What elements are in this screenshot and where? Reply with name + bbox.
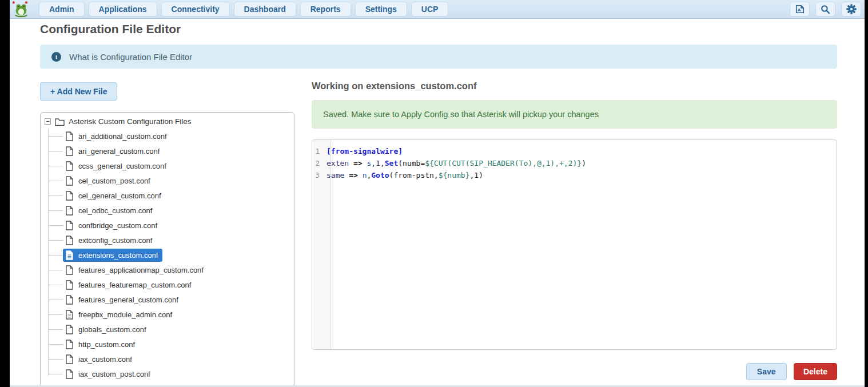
- tree-item-content[interactable]: features_general_custom.conf: [63, 293, 183, 306]
- tree-item[interactable]: extconfig_custom.conf: [41, 233, 294, 248]
- tree-connector-line: [48, 151, 63, 151]
- tree-root-label: Asterisk Custom Configuration Files: [69, 117, 192, 126]
- collapse-expander-icon[interactable]: [45, 118, 51, 125]
- tree-item[interactable]: ari_additional_custom.conf: [41, 129, 294, 143]
- tree-item-content[interactable]: ari_additional_custom.conf: [63, 130, 172, 143]
- tree-item[interactable]: features_featuremap_custom.conf: [41, 277, 294, 292]
- tree-item-label: freepbx_module_admin.conf: [78, 310, 172, 319]
- tree-item-content[interactable]: ccss_general_custom.conf: [63, 159, 171, 173]
- tree-item-content[interactable]: features_applicationmap_custom.conf: [63, 264, 208, 277]
- translate-icon: A: [794, 3, 806, 15]
- tree-connector-line: [48, 166, 63, 166]
- tree-item-label: cel_custom_post.conf: [78, 177, 150, 185]
- tree-item-selected[interactable]: extensions_custom.conf: [63, 249, 162, 262]
- tree-item[interactable]: ari_general_custom.conf: [41, 143, 294, 158]
- tree-item-content[interactable]: extconfig_custom.conf: [63, 234, 157, 247]
- tree-item-content[interactable]: features_featuremap_custom.conf: [63, 278, 196, 292]
- tree-item[interactable]: ccss_general_custom.conf: [41, 158, 294, 173]
- tree-item-content[interactable]: iax_custom.conf: [63, 353, 137, 366]
- tree-item[interactable]: cel_odbc_custom.conf: [41, 203, 294, 218]
- tree-item-content[interactable]: ari_general_custom.conf: [63, 145, 164, 158]
- tree-item-label: http_custom.conf: [78, 340, 135, 349]
- saved-alert: Saved. Make sure to Apply Config so that…: [312, 100, 837, 129]
- nav-item-connectivity[interactable]: Connectivity: [161, 2, 230, 17]
- delete-button[interactable]: Delete: [794, 363, 837, 380]
- svg-text:*: *: [13, 1, 15, 8]
- tree-item[interactable]: iax_custom_post.conf: [41, 366, 294, 381]
- tree-item[interactable]: freepbx_module_admin.conf: [41, 307, 294, 322]
- tree-item-content[interactable]: http_custom.conf: [63, 338, 140, 351]
- tree-item[interactable]: confbridge_custom.conf: [41, 218, 294, 233]
- tree-item-content[interactable]: cel_custom_post.conf: [63, 174, 155, 187]
- info-icon: i: [51, 52, 61, 62]
- tree-item-content[interactable]: iax_custom_post.conf: [63, 368, 155, 381]
- file-icon: [65, 295, 74, 305]
- tree-item-content[interactable]: freepbx_module_admin.conf: [63, 308, 177, 321]
- file-text-icon: [65, 250, 74, 260]
- tree-item[interactable]: http_custom.conf: [41, 337, 294, 352]
- file-icon: [65, 146, 74, 156]
- file-icon: [65, 161, 74, 171]
- tree-item-content[interactable]: cel_general_custom.conf: [63, 189, 166, 202]
- tree-item-label: confbridge_custom.conf: [78, 221, 157, 230]
- tree-item[interactable]: features_applicationmap_custom.conf: [41, 262, 294, 277]
- page-title: Configuration File Editor: [40, 22, 181, 36]
- nav-item-applications[interactable]: Applications: [89, 2, 157, 17]
- app-window: * * AdminApplicationsConnectivityDashboa…: [10, 0, 865, 387]
- code-line[interactable]: 2exten => s,1,Set(numb=${CUT(CUT(SIP_HEA…: [312, 157, 837, 169]
- tree-connector-line: [48, 314, 63, 315]
- code-editor[interactable]: 1[from-signalwire]2exten => s,1,Set(numb…: [312, 139, 837, 350]
- tree-item-label: iax_custom.conf: [78, 355, 132, 364]
- tree-item[interactable]: features_general_custom.conf: [41, 292, 294, 307]
- nav-item-admin[interactable]: Admin: [39, 2, 85, 17]
- freepbx-logo[interactable]: * *: [13, 1, 30, 18]
- nav-item-dashboard[interactable]: Dashboard: [234, 2, 296, 17]
- saved-alert-text: Saved. Make sure to Apply Config so that…: [323, 110, 599, 119]
- tree-item[interactable]: extensions_custom.conf: [41, 248, 294, 262]
- nav-item-ucp[interactable]: UCP: [411, 2, 449, 17]
- code-line[interactable]: 1[from-signalwire]: [312, 145, 837, 157]
- tree-connector-line: [48, 285, 63, 285]
- save-button[interactable]: Save: [746, 363, 787, 380]
- settings-button[interactable]: [841, 2, 861, 17]
- tree-item[interactable]: globals_custom.conf: [41, 322, 294, 337]
- tree-item[interactable]: cel_custom_post.conf: [41, 173, 294, 188]
- file-icon: [65, 131, 74, 141]
- tree-items: ari_additional_custom.confari_general_cu…: [41, 129, 294, 381]
- tree-connector-line: [48, 136, 63, 137]
- search-button[interactable]: [815, 2, 835, 17]
- tree-connector-line: [48, 181, 63, 181]
- file-text-icon: [65, 310, 74, 320]
- info-banner[interactable]: i What is Configuration File Editor: [40, 45, 837, 69]
- tree-connector-line: [48, 196, 63, 196]
- tree-item-label: iax_custom_post.conf: [78, 370, 150, 378]
- tree-root-node[interactable]: Asterisk Custom Configuration Files: [41, 113, 294, 129]
- code-line[interactable]: 3same => n,Goto(from-pstn,${numb},1): [312, 169, 837, 181]
- add-new-file-button[interactable]: + Add New File: [40, 82, 117, 101]
- nav-item-settings[interactable]: Settings: [355, 2, 407, 17]
- top-navbar: * * AdminApplicationsConnectivityDashboa…: [10, 0, 865, 19]
- settings-gear-icon: [846, 3, 857, 15]
- tree-item-content[interactable]: cel_odbc_custom.conf: [63, 204, 157, 217]
- file-icon: [65, 221, 74, 230]
- line-number: 1: [312, 145, 327, 157]
- file-icon: [65, 191, 74, 201]
- tree-connector-line: [48, 225, 63, 226]
- tree-connector-line: [48, 329, 63, 330]
- tree-connector-line: [48, 255, 63, 256]
- tree-item-label: features_featuremap_custom.conf: [78, 281, 191, 289]
- code-text: exten => s,1,Set(numb=${CUT(CUT(SIP_HEAD…: [327, 157, 586, 169]
- tree-item-label: cel_general_custom.conf: [78, 191, 161, 200]
- tree-connector-line: [48, 300, 63, 300]
- tree-item-content[interactable]: globals_custom.conf: [63, 323, 151, 336]
- tree-item[interactable]: cel_general_custom.conf: [41, 188, 294, 203]
- nav-item-reports[interactable]: Reports: [300, 2, 351, 17]
- translate-button[interactable]: A: [790, 2, 810, 17]
- tree-item[interactable]: iax_custom.conf: [41, 352, 294, 366]
- tree-item-content[interactable]: confbridge_custom.conf: [63, 219, 162, 232]
- code-lines[interactable]: 1[from-signalwire]2exten => s,1,Set(numb…: [312, 140, 837, 181]
- editor-actions: Save Delete: [312, 363, 837, 380]
- info-banner-label: What is Configuration File Editor: [69, 52, 192, 62]
- file-tree-panel: Asterisk Custom Configuration Files ari_…: [40, 112, 294, 387]
- tree-item-label: extensions_custom.conf: [78, 251, 158, 260]
